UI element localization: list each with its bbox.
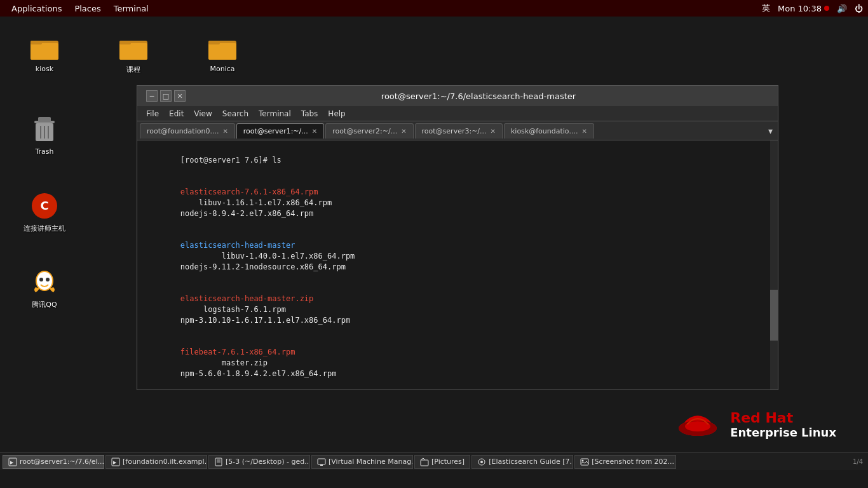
folder-icon-kiosk — [29, 32, 60, 62]
taskbar-item-6[interactable]: [Screenshot from 202... — [574, 455, 676, 469]
terminal-scrollbar-thumb[interactable] — [770, 290, 778, 341]
desktop-icon-qq[interactable]: 腾讯QQ — [19, 264, 70, 312]
icon-label-kiosk: kiosk — [36, 65, 53, 73]
power-icon[interactable]: ⏻ — [855, 4, 863, 13]
tabs-bar: root@foundation0.... ✕ root@server1:~/..… — [137, 121, 778, 140]
svg-rect-32 — [320, 464, 323, 466]
taskbar-label-0: root@server1:~/7.6/el... — [20, 458, 104, 466]
term-menu-search[interactable]: Search — [217, 108, 254, 119]
desktop-icon-courses[interactable]: 课程 — [108, 29, 159, 77]
taskbar-label-6: [Screenshot from 202... — [592, 458, 674, 466]
svg-rect-31 — [318, 459, 325, 464]
svg-point-35 — [480, 461, 483, 463]
svg-rect-5 — [119, 41, 131, 44]
terminal-content[interactable]: [root@server1 7.6]# ls elasticsearch-7.6… — [137, 140, 778, 390]
tab-kiosk[interactable]: kiosk@foundatio.... ✕ — [504, 123, 594, 139]
tabs-right: ▾ — [766, 126, 775, 136]
clock: Mon 10:38 — [778, 4, 829, 13]
desktop-icon-kiosk[interactable]: kiosk — [19, 29, 70, 76]
svg-rect-10 — [38, 117, 51, 122]
tab-close-0[interactable]: ✕ — [222, 128, 227, 135]
svg-point-20 — [46, 278, 50, 281]
term-line-4: elasticsearch-head-master.zip logstash-7… — [144, 283, 771, 336]
volume-icon[interactable]: 🔊 — [837, 4, 847, 13]
terminal-scrollbar[interactable] — [770, 140, 778, 390]
menubar-right: 英 Mon 10:38 🔊 ⏻ — [762, 3, 863, 14]
svg-rect-8 — [208, 41, 220, 44]
icon-label-trash: Trash — [35, 147, 53, 156]
term-line-2: elasticsearch-7.6.1-x86_64.rpm libuv-1.1… — [144, 176, 771, 229]
gedit-taskbar-icon — [214, 458, 223, 466]
redhat-text: Red Hat Enterprise Linux — [730, 410, 836, 439]
term-line-5: filebeat-7.6.1-x86_64.rpm master.zip npm… — [144, 336, 771, 390]
tab-close-1[interactable]: ✕ — [312, 128, 317, 135]
tab-close-3[interactable]: ✕ — [491, 128, 496, 135]
image-taskbar-icon — [580, 458, 589, 466]
svg-text:▶: ▶ — [10, 460, 14, 465]
term-menu-terminal[interactable]: Terminal — [254, 108, 296, 119]
redhat-logo: Red Hat Enterprise Linux — [675, 404, 836, 445]
desktop-icon-connect[interactable]: C 连接讲师主机 — [19, 188, 70, 236]
menu-terminal[interactable]: Terminal — [107, 3, 155, 15]
clock-time: Mon 10:38 — [778, 4, 822, 13]
vm-taskbar-icon — [317, 458, 326, 466]
taskbar-item-3[interactable]: [Virtual Machine Manag... — [311, 455, 413, 469]
term-menu-edit[interactable]: Edit — [164, 108, 189, 119]
tab-server2[interactable]: root@server2:~/... ✕ — [325, 123, 413, 139]
term-menu-view[interactable]: View — [189, 108, 217, 119]
menubar: Applications Places Terminal 英 Mon 10:38… — [0, 0, 868, 17]
tab-close-4[interactable]: ✕ — [581, 128, 587, 135]
folder-taskbar-icon — [420, 458, 429, 466]
svg-rect-1 — [31, 43, 58, 60]
redhat-product: Enterprise Linux — [730, 426, 836, 439]
desktop-icon-monica[interactable]: Monica — [197, 29, 248, 76]
minimize-button[interactable]: ─ — [146, 90, 158, 102]
taskbar-item-5[interactable]: [Elasticsearch Guide [7... — [471, 455, 573, 469]
trash-icon — [29, 114, 60, 145]
svg-rect-4 — [119, 43, 147, 60]
tab-server1[interactable]: root@server1:~/... ✕ — [236, 123, 324, 139]
tab-foundation0[interactable]: root@foundation0.... ✕ — [140, 123, 235, 139]
taskbar-item-2[interactable]: [5-3 (~/Desktop) - ged... — [208, 455, 310, 469]
terminal-menubar: File Edit View Search Terminal Tabs Help — [137, 106, 778, 121]
icon-label-qq: 腾讯QQ — [32, 300, 57, 309]
redhat-brand: Red Hat — [730, 410, 793, 426]
terminal-title: root@server1:~/7.6/elasticsearch-head-ma… — [186, 92, 771, 101]
menu-applications[interactable]: Applications — [5, 3, 68, 15]
taskbar-label-2: [5-3 (~/Desktop) - ged... — [226, 458, 310, 466]
connect-icon: C — [29, 191, 60, 221]
svg-rect-33 — [421, 460, 428, 466]
taskbar-page-indicator: 1/4 — [850, 458, 865, 465]
tab-close-2[interactable]: ✕ — [401, 128, 406, 135]
desktop: kiosk 课程 Monica — [0, 17, 868, 470]
titlebar-buttons: ─ □ ✕ — [144, 90, 186, 102]
term-menu-tabs[interactable]: Tabs — [296, 108, 323, 119]
desktop-icon-trash[interactable]: Trash — [19, 112, 70, 158]
folder-icon-monica — [207, 32, 238, 62]
svg-rect-7 — [208, 43, 236, 60]
taskbar-item-0[interactable]: ▶ root@server1:~/7.6/el... — [3, 455, 104, 469]
maximize-button[interactable]: □ — [160, 90, 172, 102]
term-line-3: elasticsearch-head-master libuv-1.40.0-1… — [144, 229, 771, 283]
language-indicator[interactable]: 英 — [762, 3, 770, 14]
icon-label-monica: Monica — [210, 65, 234, 73]
term-menu-file[interactable]: File — [141, 108, 164, 119]
taskbar-label-1: [foundation0.ilt.exampl... — [123, 458, 207, 466]
terminal-window: ─ □ ✕ root@server1:~/7.6/elasticsearch-h… — [137, 85, 778, 390]
close-button[interactable]: ✕ — [174, 90, 186, 102]
menu-places[interactable]: Places — [68, 3, 107, 15]
taskbar-label-4: [Pictures] — [431, 458, 465, 466]
svg-rect-2 — [31, 41, 42, 44]
tab-menu-icon[interactable]: ▾ — [766, 126, 775, 136]
taskbar: ▶ root@server1:~/7.6/el... ▶ [foundation… — [0, 452, 868, 470]
terminal-taskbar-icon: ▶ — [8, 458, 17, 466]
recording-indicator — [824, 6, 829, 11]
taskbar-label-3: [Virtual Machine Manag... — [329, 458, 413, 466]
term-menu-help[interactable]: Help — [323, 108, 350, 119]
taskbar-item-1[interactable]: ▶ [foundation0.ilt.exampl... — [105, 455, 207, 469]
icon-label-courses: 课程 — [126, 65, 140, 74]
terminal-taskbar-icon-1: ▶ — [111, 458, 120, 466]
redhat-hat-icon — [675, 404, 720, 445]
taskbar-item-4[interactable]: [Pictures] — [414, 455, 470, 469]
tab-server3[interactable]: root@server3:~/... ✕ — [415, 123, 503, 139]
